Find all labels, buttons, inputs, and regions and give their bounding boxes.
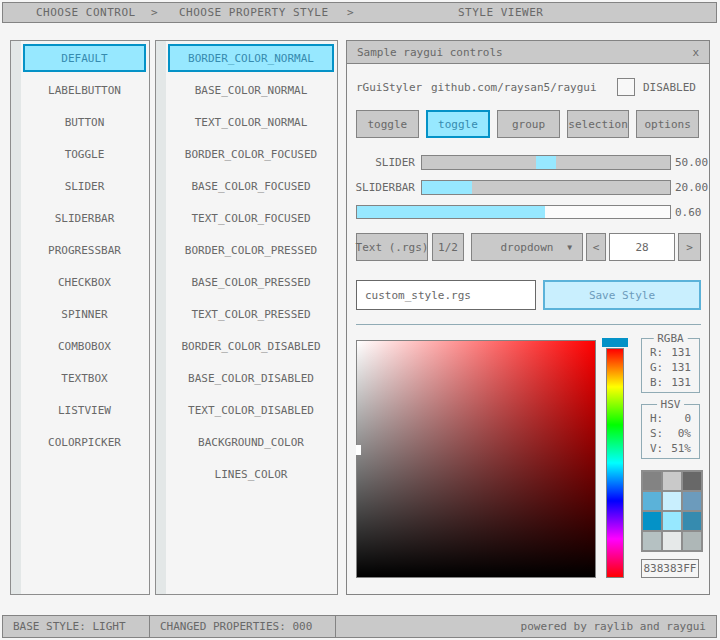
list-item-labelbutton[interactable]: LABELBUTTON: [23, 76, 146, 104]
list-item-border-color-normal[interactable]: BORDER_COLOR_NORMAL: [168, 44, 334, 72]
save-style-button[interactable]: Save Style: [543, 280, 701, 310]
style-filename-input[interactable]: custom_style.rgs: [356, 280, 536, 310]
progressbar: [356, 205, 671, 219]
list-item-border-color-pressed[interactable]: BORDER_COLOR_PRESSED: [168, 236, 334, 264]
base-style-label: BASE STYLE: LIGHT: [13, 620, 126, 633]
list-item-spinner[interactable]: SPINNER: [23, 300, 146, 328]
hsv-groupbox-title: HSV: [657, 398, 685, 411]
dropdown-select[interactable]: dropdown ▼: [471, 233, 583, 261]
hue-slider-handle[interactable]: [602, 338, 628, 347]
rgba-row-red: R: 131: [642, 345, 699, 360]
spinner-increase-button[interactable]: >: [678, 233, 701, 261]
properties-list-panel: BORDER_COLOR_NORMAL BASE_COLOR_NORMAL TE…: [155, 40, 338, 595]
value-label: V:: [650, 442, 663, 455]
app-name-label: rGuiStyler: [356, 77, 422, 99]
divider-line: [356, 324, 701, 325]
breadcrumb-style-viewer: STYLE VIEWER: [458, 3, 543, 22]
text-rgs-button[interactable]: Text (.rgs): [356, 233, 428, 261]
list-item-slider[interactable]: SLIDER: [23, 172, 146, 200]
list-item-combobox[interactable]: COMBOBOX: [23, 332, 146, 360]
list-item-text-color-focused[interactable]: TEXT_COLOR_FOCUSED: [168, 204, 334, 232]
list-item-button[interactable]: BUTTON: [23, 108, 146, 136]
list-item-base-color-disabled[interactable]: BASE_COLOR_DISABLED: [168, 364, 334, 392]
changed-properties-label: CHANGED PROPERTIES: 000: [160, 620, 312, 633]
list-item-base-color-pressed[interactable]: BASE_COLOR_PRESSED: [168, 268, 334, 296]
hsv-row-value: V: 51%: [642, 441, 699, 456]
rguistyler-app: CHOOSE CONTROL > CHOOSE PROPERTY STYLE >…: [0, 0, 720, 640]
toggle-button-selection[interactable]: selection: [567, 110, 630, 138]
list-item-default[interactable]: DEFAULT: [23, 44, 146, 72]
list-item-border-color-focused[interactable]: BORDER_COLOR_FOCUSED: [168, 140, 334, 168]
list-item-sliderbar[interactable]: SLIDERBAR: [23, 204, 146, 232]
rgba-row-green: G: 131: [642, 360, 699, 375]
slider[interactable]: [421, 155, 671, 170]
green-value: 131: [671, 361, 691, 374]
blue-value: 131: [671, 376, 691, 389]
toggle-button-options[interactable]: options: [636, 110, 699, 138]
disabled-checkbox[interactable]: [617, 78, 635, 96]
rgba-row-blue: B: 131: [642, 375, 699, 390]
properties-list-scrollbar[interactable]: [156, 41, 166, 594]
status-base-style: BASE STYLE: LIGHT: [2, 615, 150, 638]
chevron-right-icon: >: [347, 3, 354, 22]
list-item-listview[interactable]: LISTVIEW: [23, 396, 146, 424]
list-item-lines-color[interactable]: LINES_COLOR: [168, 460, 334, 488]
slider-handle[interactable]: [536, 156, 556, 169]
list-item-base-color-focused[interactable]: BASE_COLOR_FOCUSED: [168, 172, 334, 200]
list-item-checkbox[interactable]: CHECKBOX: [23, 268, 146, 296]
close-icon[interactable]: x: [692, 46, 699, 59]
toggle-button-group[interactable]: group: [497, 110, 560, 138]
slider-label: SLIDER: [347, 155, 415, 170]
progressbar-fill: [357, 206, 545, 218]
chevron-down-icon: ▼: [567, 243, 572, 252]
list-item-background-color[interactable]: BACKGROUND_COLOR: [168, 428, 334, 456]
sliderbar-value: 20.00: [675, 180, 708, 195]
list-item-textbox[interactable]: TEXTBOX: [23, 364, 146, 392]
toggle-group: toggle toggle group selection options: [356, 110, 699, 138]
sliderbar[interactable]: [421, 180, 671, 195]
swatch-border-color-focused[interactable]: [643, 492, 661, 510]
spinner-decrease-button[interactable]: <: [586, 233, 606, 261]
spinner-value-box[interactable]: 28: [609, 233, 675, 261]
swatch-text-color-pressed[interactable]: [683, 512, 701, 530]
hsv-groupbox: HSV H: 0 S: 0% V: 51%: [641, 404, 700, 459]
controls-list-scrollbar[interactable]: [11, 41, 21, 594]
breadcrumb-choose-property-style: CHOOSE PROPERTY STYLE: [179, 3, 329, 22]
window-titlebar[interactable]: Sample raygui controls x: [347, 41, 709, 64]
chevron-right-icon: >: [151, 3, 158, 22]
repo-link-label: github.com/raysan5/raygui: [431, 77, 597, 99]
swatch-border-color-disabled[interactable]: [643, 532, 661, 550]
blue-label: B:: [650, 376, 663, 389]
toggle-button-toggle-1[interactable]: toggle: [356, 110, 419, 138]
swatch-base-color-disabled[interactable]: [663, 532, 681, 550]
swatch-text-color-normal[interactable]: [683, 472, 701, 490]
swatch-border-color-pressed[interactable]: [643, 512, 661, 530]
sample-controls-window: Sample raygui controls x rGuiStyler gith…: [346, 40, 710, 595]
list-item-text-color-pressed[interactable]: TEXT_COLOR_PRESSED: [168, 300, 334, 328]
hue-slider[interactable]: [606, 348, 624, 578]
toggle-button-toggle-2-selected[interactable]: toggle: [426, 110, 491, 138]
list-item-progressbar[interactable]: PROGRESSBAR: [23, 236, 146, 264]
saturation-value: 0%: [678, 427, 691, 440]
list-item-colorpicker[interactable]: COLORPICKER: [23, 428, 146, 456]
list-item-border-color-disabled[interactable]: BORDER_COLOR_DISABLED: [168, 332, 334, 360]
list-item-toggle[interactable]: TOGGLE: [23, 140, 146, 168]
list-item-text-color-disabled[interactable]: TEXT_COLOR_DISABLED: [168, 396, 334, 424]
swatch-base-color-focused[interactable]: [663, 492, 681, 510]
hex-color-input[interactable]: 838383FF: [641, 559, 699, 578]
swatch-base-color-normal[interactable]: [663, 472, 681, 490]
window-body: rGuiStyler github.com/raysan5/raygui DIS…: [347, 64, 709, 594]
swatch-base-color-pressed[interactable]: [663, 512, 681, 530]
swatch-text-color-focused[interactable]: [683, 492, 701, 510]
status-bar: BASE STYLE: LIGHT CHANGED PROPERTIES: 00…: [2, 615, 717, 638]
color-panel-cursor[interactable]: [356, 445, 361, 455]
color-saturation-value-panel[interactable]: [356, 340, 596, 578]
list-item-base-color-normal[interactable]: BASE_COLOR_NORMAL: [168, 76, 334, 104]
red-value: 131: [671, 346, 691, 359]
list-item-text-color-normal[interactable]: TEXT_COLOR_NORMAL: [168, 108, 334, 136]
hue-label: H:: [650, 412, 663, 425]
swatch-text-color-disabled[interactable]: [683, 532, 701, 550]
half-button[interactable]: 1/2: [432, 233, 464, 261]
swatch-border-color-normal[interactable]: [643, 472, 661, 490]
hue-value: 0: [684, 412, 691, 425]
